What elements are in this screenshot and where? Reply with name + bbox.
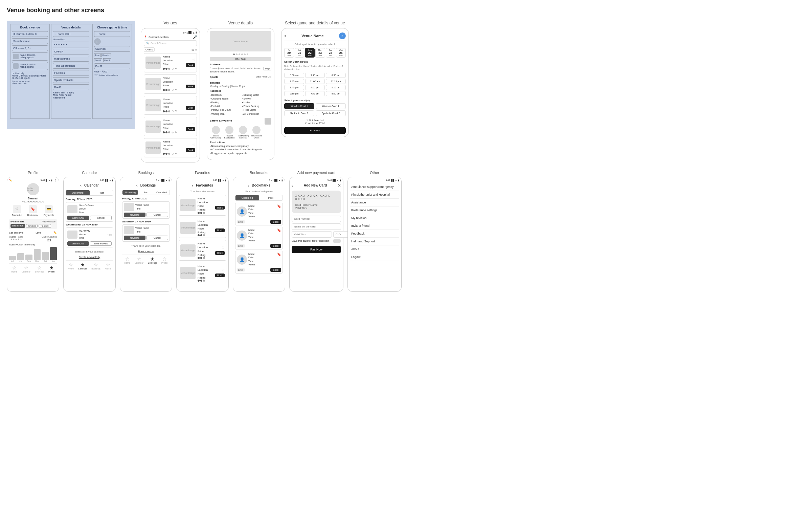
other-item-feedback[interactable]: Feedback [350,230,399,238]
time-1215pm[interactable]: 12:15 pm [326,79,346,84]
valid-thru-input[interactable] [292,231,332,238]
cal-event-buttons[interactable]: Game Chat Cancel [67,216,112,220]
close-button[interactable]: ✕ [338,183,341,188]
booking-2-buttons[interactable]: Navigate Cancel [124,235,168,240]
fav-book-button[interactable]: Book [215,229,225,232]
bookings-tab-cancelled[interactable]: Cancelled [154,190,169,195]
other-item-preferences[interactable]: Preference settings [350,207,399,214]
cal-tab-past[interactable]: Past [90,190,113,195]
map-button[interactable]: Map [263,67,271,70]
bookings-tab-past[interactable]: Past [138,190,154,195]
time-945am[interactable]: 9:45 am [284,79,304,84]
nav-bookings[interactable]: ★Bookings [148,256,157,264]
fav-heart[interactable]: ♡ [222,201,225,204]
fav-book-button[interactable]: Book [215,206,225,210]
game-chat-button-2[interactable]: Game Chat [67,241,89,246]
bookings-back[interactable]: ‹ [136,183,138,188]
favorite-icon[interactable]: ♡ [192,143,195,147]
book-button[interactable]: Book [186,85,195,88]
book-button[interactable]: Book [186,148,195,152]
calendar-tabs[interactable]: Upcoming Past [66,190,113,196]
date-fri[interactable]: Fri 20 Nov [284,48,294,58]
nav-home[interactable]: ☆Home [68,262,74,270]
book-button[interactable]: Book [186,106,195,110]
bookings-tabs[interactable]: Upcoming Past Cancelled [122,190,170,195]
pay-now-button[interactable]: Pay Now [292,246,341,253]
time-600am[interactable]: 6:00 am [284,73,304,78]
save-toggle[interactable] [333,239,341,243]
nav-calendar[interactable]: ☆Calendar [22,265,31,273]
nav-calendar[interactable]: ☆Calendar [135,256,143,264]
nav-bookings[interactable]: ☆Bookings [35,265,44,273]
cancel-button[interactable]: Cancel [90,216,112,220]
tag-cricket[interactable]: Cricket [26,224,37,228]
time-1100am[interactable]: 11:00 am [305,79,325,84]
date-sat[interactable]: Sat 21 Nov [295,48,305,58]
favorite-icon[interactable]: ♡ [192,101,195,104]
cal-event-2-buttons[interactable]: Game Chat Invite Players [67,241,112,246]
time-145pm[interactable]: 1:45 pm [284,85,304,90]
other-item-about[interactable]: About [350,245,399,253]
tag-badminton[interactable]: Badminton [11,224,25,228]
fav-book-button[interactable]: Book [215,251,225,255]
tag-football[interactable]: Football [38,224,51,228]
navigate-button[interactable]: Navigate [124,213,146,217]
create-activity-link[interactable]: Create new activity [79,256,100,259]
game-chat-button[interactable]: Game Chat [67,216,89,220]
date-tue[interactable]: Tue 24 Nov [326,48,336,58]
other-item-ambulance[interactable]: Ambulance support/Emergency [350,183,399,191]
nav-home[interactable]: ☆Home [124,256,130,264]
other-item-logout[interactable]: Logout [350,253,399,261]
fav-book-button[interactable]: Book [215,274,225,277]
nav-bookings[interactable]: ☆Bookings [91,262,101,270]
favorites-back[interactable]: ‹ [192,183,193,188]
fav-heart[interactable]: ♡ [222,224,225,227]
navigate-button-2[interactable]: Navigate [124,235,146,240]
bookmark-flag-icon[interactable]: 🔖 [277,252,281,256]
time-715am[interactable]: 7:15 am [305,73,325,78]
bookmark-book-button[interactable]: Book [270,220,281,224]
nav-home[interactable]: ☆Home [12,265,17,273]
cal-back[interactable]: ‹ [80,183,82,188]
synthetic-court-2[interactable]: Synthetic Court 2 [316,110,346,116]
time-745pm[interactable]: 7:45 pm [305,91,325,96]
date-selector[interactable]: Fri 20 Nov Sat 21 Nov Sun 22 Nov [284,48,346,58]
bookmarks-back[interactable]: ‹ [248,183,249,188]
time-830am[interactable]: 8:30 am [326,73,346,78]
bookmark-book-button[interactable]: Book [270,268,281,272]
time-900pm[interactable]: 9:00 pm [326,91,346,96]
time-630pm[interactable]: 6:30 pm [284,91,304,96]
proceed-button[interactable]: Proceed [284,127,346,134]
date-mon[interactable]: Mon 23 Nov [315,48,325,58]
book-button[interactable]: Book [186,63,195,67]
date-wed[interactable]: Wed 25 Nov [336,48,346,58]
bookmark-flag-icon[interactable]: 🔖 [277,204,281,208]
other-item-assistance[interactable]: Assistance [350,199,399,207]
bookmarks-tab-past[interactable]: Past [259,195,283,200]
fav-heart[interactable]: ♡ [222,268,225,272]
invite-players-button[interactable]: Invite Players [90,241,112,246]
nav-profile[interactable]: ★Profile [48,265,54,273]
cancel-booking-button-2[interactable]: Cancel [147,235,168,240]
wooden-court-1[interactable]: Wooden Court 1 [284,103,314,109]
bookings-tab-upcoming[interactable]: Upcoming [122,190,138,195]
synthetic-court-1[interactable]: Synthetic Court 1 [284,110,314,116]
nav-profile[interactable]: ☆Profile [162,256,168,264]
cancel-booking-button[interactable]: Cancel [147,213,168,217]
other-item-reviews[interactable]: My reviews [350,214,399,222]
book-venue-link[interactable]: Book a venue [138,250,154,253]
other-item-help[interactable]: Help and Support [350,238,399,245]
time-515pm[interactable]: 5:15 pm [326,85,346,90]
other-item-invite[interactable]: Invite a friend [350,222,399,230]
other-item-physio[interactable]: Physiotherapist and Hospital [350,191,399,199]
nav-calendar[interactable]: ★Calendar [78,262,87,270]
skill-edit-icon[interactable]: ✏️ [53,231,57,234]
favorite-icon[interactable]: ♡ [192,122,195,126]
bookmark-book-button[interactable]: Book [270,244,281,248]
back-button[interactable]: < [284,34,286,38]
favorite-icon[interactable]: ♡ [192,80,195,83]
fav-heart[interactable]: ♡ [222,246,225,250]
book-button[interactable]: Book [186,127,195,131]
booking-1-buttons[interactable]: Navigate Cancel [124,213,168,217]
name-on-card-input[interactable] [292,224,341,230]
